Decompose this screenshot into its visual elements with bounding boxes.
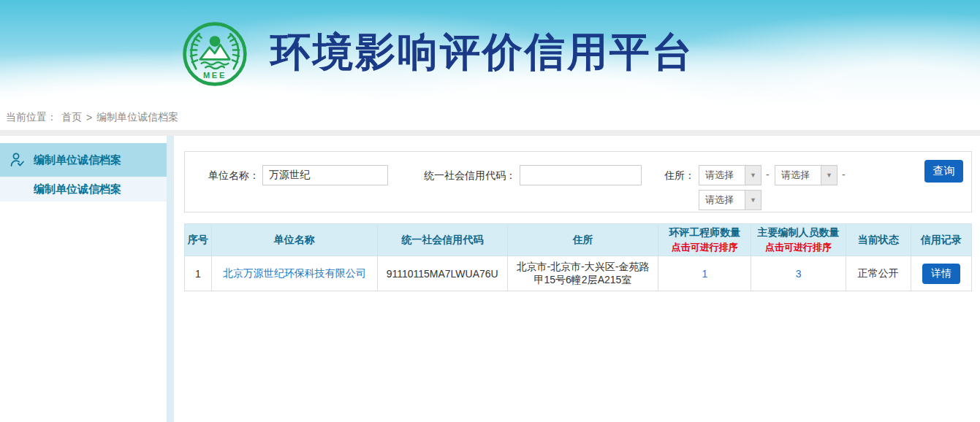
breadcrumb-separator: > xyxy=(86,112,92,123)
address-district-select[interactable]: 请选择 ▼ xyxy=(699,190,761,210)
sidebar: 编制单位诚信档案 编制单位诚信档案 xyxy=(0,136,167,422)
sidebar-item-label: 编制单位诚信档案 xyxy=(34,153,121,167)
query-button[interactable]: 查询 xyxy=(924,160,963,183)
col-header-credit-record: 信用记录 xyxy=(911,224,972,256)
sidebar-subitem-unit-credit-archive[interactable]: 编制单位诚信档案 xyxy=(0,177,167,202)
col-header-engineer-count[interactable]: 环评工程师数量 点击可进行排序 xyxy=(658,224,751,256)
search-panel: 单位名称： 统一社会信用代码： 住所： 请选择 ▼ - 请选择 ▼ - 请选择 … xyxy=(184,151,972,212)
district-select-value: 请选择 xyxy=(699,193,745,207)
breadcrumb: 当前位置： 首页 > 编制单位诚信档案 xyxy=(0,104,980,130)
engineer-count-sort-hint[interactable]: 点击可进行排序 xyxy=(658,241,751,254)
detail-button[interactable]: 详情 xyxy=(922,264,960,284)
col-header-unit-name: 单位名称 xyxy=(211,224,377,256)
unit-name-link[interactable]: 北京万源世纪环保科技有限公司 xyxy=(223,267,366,279)
address-dash: - xyxy=(842,169,846,180)
sidebar-item-unit-credit-archive[interactable]: 编制单位诚信档案 xyxy=(0,143,167,177)
col-header-staff-count[interactable]: 主要编制人员数量 点击可进行排序 xyxy=(751,224,846,256)
engineer-count-header-label: 环评工程师数量 xyxy=(658,226,751,239)
credit-code-label: 统一社会信用代码： xyxy=(400,166,516,185)
address-city-select[interactable]: 请选择 ▼ xyxy=(775,165,837,185)
col-header-status: 当前状态 xyxy=(846,224,911,256)
logo-text: MEE xyxy=(203,71,227,80)
unit-name-label: 单位名称： xyxy=(192,166,259,185)
unit-name-input[interactable] xyxy=(262,165,388,185)
row-staff-count-cell: 3 xyxy=(751,256,846,291)
site-title: 环境影响评价信用平台 xyxy=(270,26,694,80)
address-dash: - xyxy=(766,169,770,180)
main-content: 单位名称： 统一社会信用代码： 住所： 请选择 ▼ - 请选择 ▼ - 请选择 … xyxy=(174,136,980,422)
credit-code-input[interactable] xyxy=(520,165,642,185)
mee-logo-icon: MEE xyxy=(181,20,248,88)
staff-count-header-label: 主要编制人员数量 xyxy=(751,226,845,239)
staff-count-sort-hint[interactable]: 点击可进行排序 xyxy=(751,241,845,254)
sidebar-subitem-label: 编制单位诚信档案 xyxy=(34,183,121,196)
row-engineer-count-cell: 1 xyxy=(658,256,751,291)
breadcrumb-current: 编制单位诚信档案 xyxy=(96,111,178,124)
site-banner: MEE 环境影响评价信用平台 xyxy=(0,0,980,104)
table-header-row: 序号 单位名称 统一社会信用代码 住所 环评工程师数量 点击可进行排序 主要编制… xyxy=(185,224,972,256)
chevron-down-icon[interactable]: ▼ xyxy=(821,166,837,185)
results-table: 序号 单位名称 统一社会信用代码 住所 环评工程师数量 点击可进行排序 主要编制… xyxy=(184,223,972,291)
breadcrumb-home-link[interactable]: 首页 xyxy=(61,111,82,124)
col-header-index: 序号 xyxy=(185,224,212,256)
city-select-value: 请选择 xyxy=(775,169,821,182)
col-header-credit-code: 统一社会信用代码 xyxy=(377,224,507,256)
breadcrumb-prefix: 当前位置： xyxy=(6,111,57,124)
row-index-cell: 1 xyxy=(185,256,212,291)
col-header-address: 住所 xyxy=(507,224,658,256)
address-label: 住所： xyxy=(653,166,695,185)
chevron-down-icon[interactable]: ▼ xyxy=(745,191,761,210)
divider-strip xyxy=(0,130,980,136)
chevron-down-icon[interactable]: ▼ xyxy=(745,166,761,185)
province-select-value: 请选择 xyxy=(699,169,745,182)
row-status-cell: 正常公开 xyxy=(846,256,911,291)
row-credit-code-cell: 91110115MA7LWUA76U xyxy=(377,256,507,291)
row-credit-record-cell: 详情 xyxy=(911,256,972,291)
address-province-select[interactable]: 请选择 ▼ xyxy=(699,165,761,185)
staff-count-link[interactable]: 3 xyxy=(796,268,802,280)
engineer-count-link[interactable]: 1 xyxy=(702,268,707,280)
row-unit-name-cell: 北京万源世纪环保科技有限公司 xyxy=(211,256,377,291)
table-row: 1 北京万源世纪环保科技有限公司 91110115MA7LWUA76U 北京市-… xyxy=(185,256,972,291)
sidebar-divider xyxy=(167,136,174,422)
row-address-cell: 北京市-北京市-大兴区-金苑路甲15号6幢2层A215室 xyxy=(507,256,658,291)
user-check-icon xyxy=(9,151,26,169)
